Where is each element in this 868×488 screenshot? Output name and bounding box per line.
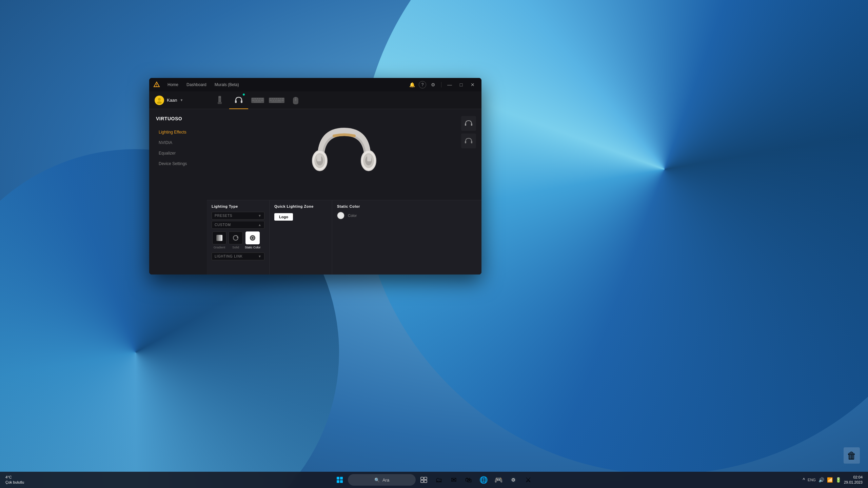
profile-section[interactable]: Kaan ▼ <box>155 96 202 105</box>
battery-icon[interactable]: 🔋 <box>835 477 841 483</box>
task-view-button[interactable] <box>417 473 431 487</box>
chrome-button[interactable]: 🌐 <box>477 473 490 487</box>
solid-label: Solid <box>232 246 239 249</box>
device-keyboard1[interactable] <box>248 92 267 109</box>
xbox-button[interactable]: 🎮 <box>492 473 505 487</box>
notification-button[interactable]: 🔔 <box>407 80 417 89</box>
svg-rect-64 <box>421 480 423 483</box>
title-nav: Home Dashboard Murals (Beta) <box>164 81 242 88</box>
svg-rect-59 <box>340 477 343 480</box>
recycle-bin[interactable]: 🗑 <box>844 447 860 464</box>
nav-murals[interactable]: Murals (Beta) <box>211 81 242 88</box>
custom-header[interactable]: CUSTOM ▲ <box>212 221 264 229</box>
presets-dropdown[interactable]: PRESETS ▼ <box>212 212 264 220</box>
logo-zone-button[interactable]: Logo <box>274 213 293 221</box>
presets-chevron-icon: ▼ <box>258 214 261 218</box>
title-bar: Home Dashboard Murals (Beta) 🔔 ? ⚙ — □ ✕ <box>149 78 481 92</box>
quick-zone-title: Quick Lighting Zone <box>274 204 327 208</box>
tray-expand-icon[interactable]: ^ <box>803 477 805 483</box>
lighting-link-label: LIGHTING LINK <box>215 255 258 258</box>
svg-rect-61 <box>340 480 343 483</box>
gradient-icon <box>212 231 226 244</box>
steam-button[interactable] <box>507 473 520 487</box>
store-button[interactable]: 🛍 <box>462 473 475 487</box>
device-thumbnail-1[interactable] <box>461 116 476 131</box>
taskbar-center: 🔍 Ara 🗂 ✉ 🛍 🌐 🎮 ⚔ <box>333 473 535 487</box>
help-button[interactable]: ? <box>419 81 426 88</box>
network-icon[interactable]: 📶 <box>827 477 833 483</box>
search-icon: 🔍 <box>374 477 380 483</box>
svg-rect-25 <box>276 98 277 99</box>
svg-rect-46 <box>367 155 371 161</box>
svg-rect-18 <box>258 100 260 101</box>
close-button[interactable]: ✕ <box>468 80 477 89</box>
presets-label: PRESETS <box>215 214 258 218</box>
mail-button[interactable]: ✉ <box>447 473 460 487</box>
custom-effect-buttons: Gradient <box>212 231 264 249</box>
svg-rect-6 <box>218 102 222 104</box>
svg-rect-16 <box>252 100 255 101</box>
device-thumbnail-2[interactable] <box>461 134 476 148</box>
svg-point-4 <box>157 101 162 104</box>
solid-effect-button[interactable]: Solid <box>229 231 243 249</box>
device-thumbnails <box>461 116 476 148</box>
svg-rect-58 <box>337 477 339 480</box>
sidebar-item-equalizer[interactable]: Equalizer <box>152 148 204 158</box>
taskbar-search[interactable]: 🔍 Ara <box>348 474 416 486</box>
volume-icon[interactable]: 🔊 <box>818 477 824 483</box>
custom-section: CUSTOM ▲ <box>212 221 264 249</box>
sidebar-device-title: VIRTUOSO <box>149 116 207 127</box>
svg-rect-29 <box>270 100 272 101</box>
settings-button[interactable]: ⚙ <box>428 80 438 89</box>
svg-rect-45 <box>317 155 321 161</box>
search-label: Ara <box>382 477 389 483</box>
lighting-type-panel: Lighting Type PRESETS ▼ CUSTOM ▲ <box>207 200 270 274</box>
svg-rect-50 <box>471 141 472 143</box>
svg-point-68 <box>513 480 514 481</box>
keyboard-layout-icon[interactable]: ENG <box>808 478 816 482</box>
start-button[interactable] <box>333 473 347 487</box>
profile-avatar <box>155 96 164 105</box>
svg-rect-14 <box>259 98 261 99</box>
nav-dashboard[interactable]: Dashboard <box>183 81 210 88</box>
nav-home[interactable]: Home <box>164 81 182 88</box>
svg-rect-11 <box>252 98 254 99</box>
svg-rect-47 <box>465 123 466 126</box>
icue-button[interactable]: ⚔ <box>521 473 535 487</box>
color-picker-row: Color <box>337 212 477 219</box>
svg-rect-23 <box>272 98 273 99</box>
file-explorer-button[interactable]: 🗂 <box>432 473 446 487</box>
system-tray[interactable]: ^ <box>803 477 805 483</box>
color-swatch[interactable] <box>337 212 344 219</box>
svg-rect-19 <box>261 100 263 101</box>
minimize-button[interactable]: — <box>445 80 454 89</box>
gradient-effect-button[interactable]: Gradient <box>212 231 226 249</box>
wifi-indicator <box>243 94 245 96</box>
lighting-link-dropdown[interactable]: LIGHTING LINK ▼ <box>212 252 264 260</box>
device-bar: Kaan ▼ <box>149 92 481 109</box>
maximize-button[interactable]: □ <box>456 80 466 89</box>
svg-rect-31 <box>275 100 277 101</box>
sidebar-item-lighting-effects[interactable]: Lighting Effects <box>152 127 204 137</box>
svg-rect-13 <box>257 98 258 99</box>
device-mouse[interactable] <box>286 92 305 109</box>
quick-lighting-zone-panel: Quick Lighting Zone Logo <box>270 200 332 274</box>
svg-rect-26 <box>278 98 279 99</box>
svg-rect-60 <box>337 480 339 483</box>
svg-rect-34 <box>271 102 281 102</box>
sidebar-item-device-settings[interactable]: Device Settings <box>152 159 204 169</box>
profile-name: Kaan <box>167 98 177 103</box>
sidebar-item-nvidia[interactable]: NVIDIA <box>152 138 204 148</box>
svg-rect-7 <box>219 97 221 98</box>
main-content: VIRTUOSO Lighting Effects NVIDIA Equaliz… <box>149 109 481 274</box>
profile-chevron-icon: ▼ <box>180 98 183 102</box>
static-color-effect-button[interactable]: Static Color <box>245 231 261 249</box>
device-stick[interactable] <box>210 92 229 109</box>
sidebar: VIRTUOSO Lighting Effects NVIDIA Equaliz… <box>149 109 207 274</box>
device-keyboard2[interactable] <box>267 92 286 109</box>
svg-rect-62 <box>421 477 423 480</box>
svg-rect-27 <box>280 98 281 99</box>
app-window: Home Dashboard Murals (Beta) 🔔 ? ⚙ — □ ✕… <box>149 78 481 274</box>
device-headset[interactable] <box>229 92 248 109</box>
system-time[interactable]: 02:04 29.01.2023 <box>844 475 863 485</box>
